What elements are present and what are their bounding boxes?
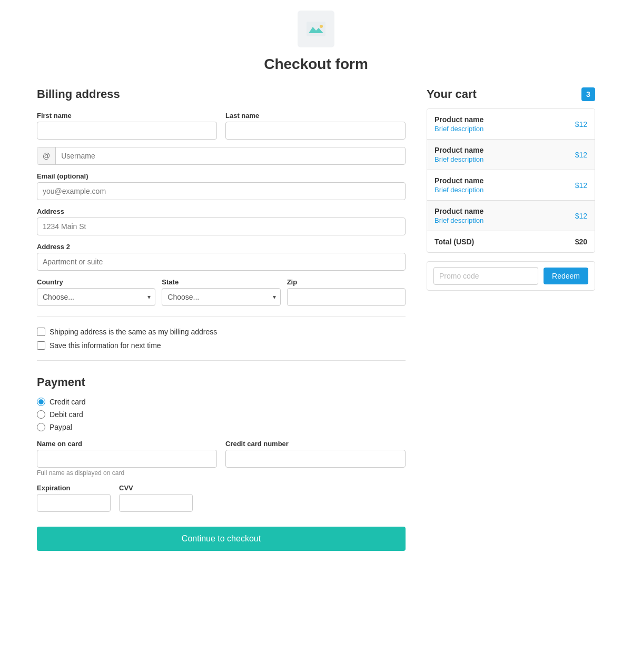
state-select-wrapper: Choose... ▾ [162,288,280,306]
cart-item-desc: Brief description [434,216,483,224]
address2-input[interactable] [37,253,406,271]
last-name-group: Last name [225,112,406,140]
username-input[interactable] [56,147,405,164]
cart-item-info: Product name Brief description [434,115,483,133]
shipping-same-label: Shipping address is the same as my billi… [50,328,217,336]
last-name-input[interactable] [225,122,406,140]
cart-item-name: Product name [434,176,483,185]
promo-input[interactable] [433,267,538,285]
cart-item: Product name Brief description $12 [427,109,595,140]
paypal-radio[interactable] [37,423,45,431]
state-label: State [162,278,280,286]
cart-list: Product name Brief description $12 Produ… [427,108,595,253]
address2-group: Address 2 [37,243,406,271]
continue-button[interactable]: Continue to checkout [37,527,406,551]
name-on-card-input[interactable] [37,450,217,468]
cart-item-info: Product name Brief description [434,146,483,163]
page-title: Checkout form [37,56,595,73]
cart-item-info: Product name Brief description [434,176,483,194]
promo-row: Redeem [427,261,595,291]
save-info-checkbox[interactable] [37,341,45,350]
expiry-cvv-row: Expiration CVV [37,484,237,512]
email-input[interactable] [37,182,406,200]
total-value: $20 [575,238,587,246]
country-select-wrapper: Choose... ▾ [37,288,155,306]
debit-card-label: Debit card [50,410,83,419]
address2-label: Address 2 [37,243,406,251]
shipping-same-checkbox[interactable] [37,328,45,336]
cart-item-price: $12 [575,212,587,220]
payment-section-title: Payment [37,375,406,389]
redeem-button[interactable]: Redeem [544,268,588,284]
billing-section-title: Billing address [37,87,406,101]
cvv-input[interactable] [119,494,193,512]
email-group: Email (optional) [37,172,406,200]
name-on-card-label: Name on card [37,440,217,448]
payment-fields: Name on card Full name as displayed on c… [37,440,406,512]
cart-item-name: Product name [434,207,483,215]
cart-item-desc: Brief description [434,125,483,133]
cart-title: Your cart [427,87,477,101]
cart-item-price: $12 [575,181,587,190]
expiration-label: Expiration [37,484,111,492]
email-label: Email (optional) [37,172,406,180]
cart-header: Your cart 3 [427,87,595,101]
at-symbol: @ [37,147,56,164]
credit-card-number-input[interactable] [225,450,406,468]
debit-card-radio[interactable] [37,410,45,419]
cart-item: Product name Brief description $12 [427,201,595,231]
country-group: Country Choose... ▾ [37,278,155,306]
zip-label: Zip [287,278,406,286]
name-hint: Full name as displayed on card [37,469,217,477]
address-input[interactable] [37,218,406,235]
cart-item-price: $12 [575,151,587,159]
cart-badge: 3 [581,87,595,101]
country-select[interactable]: Choose... [37,289,155,305]
address-group: Address [37,207,406,235]
credit-card-radio[interactable] [37,398,45,406]
expiration-group: Expiration [37,484,111,512]
paypal-label: Paypal [50,423,72,431]
country-label: Country [37,278,155,286]
cart-item-price: $12 [575,120,587,129]
first-name-input[interactable] [37,122,217,140]
username-group: @ [37,147,406,165]
cvv-label: CVV [119,484,193,492]
username-wrapper: @ [37,147,406,165]
country-state-zip-row: Country Choose... ▾ State Choose... [37,278,406,306]
cart-item-name: Product name [434,146,483,154]
logo-area [37,11,595,47]
left-column: Billing address First name Last name @ [37,87,406,551]
credit-card-number-group: Credit card number [225,440,406,477]
credit-card-radio-group: Credit card [37,398,406,406]
cart-item: Product name Brief description $12 [427,170,595,201]
total-label: Total (USD) [434,238,474,246]
save-info-checkbox-group: Save this information for next time [37,341,406,350]
first-name-group: First name [37,112,217,140]
zip-input[interactable] [287,288,406,306]
payment-section: Payment Credit card Debit card Paypal [37,375,406,551]
cart-item-desc: Brief description [434,186,483,194]
state-group: State Choose... ▾ [162,278,280,306]
expiration-input[interactable] [37,494,111,512]
name-on-card-group: Name on card Full name as displayed on c… [37,440,217,477]
card-info-row: Name on card Full name as displayed on c… [37,440,406,477]
cart-items-container: Product name Brief description $12 Produ… [427,109,595,231]
cvv-group: CVV [119,484,193,512]
logo-box [298,11,334,47]
right-column: Your cart 3 Product name Brief descripti… [427,87,595,291]
cart-item-desc: Brief description [434,155,483,163]
divider-2 [37,360,406,361]
cart-item: Product name Brief description $12 [427,140,595,170]
paypal-radio-group: Paypal [37,423,406,431]
credit-card-label: Credit card [50,398,85,406]
state-select[interactable]: Choose... [162,289,280,305]
first-name-label: First name [37,112,217,120]
zip-group: Zip [287,278,406,306]
address-label: Address [37,207,406,215]
name-row: First name Last name [37,112,406,140]
cart-item-info: Product name Brief description [434,207,483,224]
username-row: @ [37,147,406,165]
credit-card-number-label: Credit card number [225,440,406,448]
shipping-same-checkbox-group: Shipping address is the same as my billi… [37,328,406,336]
